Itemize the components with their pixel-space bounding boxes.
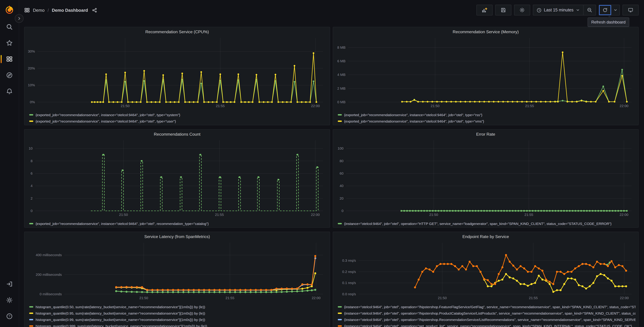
- sidebar-item-starred[interactable]: [0, 35, 19, 51]
- legend-series-swatch: [29, 114, 33, 115]
- chart-endpoint-rate[interactable]: 0.0 req/s0.1 req/s0.2 req/s0.3 req/s21:5…: [333, 240, 638, 303]
- legend-series-label: {instance="otelcol:9464", job="otel", op…: [344, 324, 632, 327]
- legend-item[interactable]: {exported_job="recommendationservice", i…: [29, 112, 327, 118]
- legend-item[interactable]: {exported_job="recommendationservice", i…: [29, 118, 327, 124]
- legend: histogram_quantile(0.50, sum(rate(latenc…: [24, 304, 330, 327]
- legend-series-label: {exported_job="recommendationservice", i…: [36, 113, 180, 117]
- chart-svg[interactable]: 02040608010021:5021:5522:00: [336, 138, 636, 218]
- chart-svg[interactable]: 0%10%20%30%21:5021:5522:00: [27, 35, 328, 110]
- sidebar-item-sign-in[interactable]: [0, 276, 19, 292]
- panel-title[interactable]: Recommendations Count: [24, 130, 330, 138]
- legend-series-swatch: [338, 120, 342, 122]
- svg-text:8: 8: [30, 159, 32, 163]
- panel-title[interactable]: Endpoint Rate by Service: [333, 232, 638, 240]
- bell-icon: [6, 88, 13, 95]
- chevron-down-icon: [614, 8, 618, 12]
- chart-svg[interactable]: 0 milliseconds200 milliseconds400 millis…: [27, 240, 328, 302]
- legend-series-label: {exported_job="recommendationservice", i…: [344, 113, 482, 117]
- svg-text:80: 80: [340, 159, 344, 163]
- svg-text:21:50: 21:50: [119, 213, 128, 216]
- refresh-interval-button[interactable]: [612, 5, 620, 15]
- chart-svg[interactable]: 0.0 req/s0.1 req/s0.2 req/s0.3 req/s21:5…: [336, 240, 636, 302]
- zoom-out-button[interactable]: [584, 5, 596, 15]
- svg-text:0 milliseconds: 0 milliseconds: [40, 292, 62, 296]
- legend-item[interactable]: histogram_quantile(0.50, sum(rate(latenc…: [29, 304, 327, 310]
- legend-series-swatch: [29, 306, 33, 307]
- legend-series-label: {instance="otelcol:9464", job="otel", op…: [344, 318, 636, 322]
- chart-svg[interactable]: 0 MB2 MB4 MB6 MB8 MB21:5021:5522:00: [336, 35, 636, 110]
- panel-title[interactable]: Recommendation Service (Memory): [333, 27, 638, 35]
- kiosk-mode-button[interactable]: [622, 5, 639, 16]
- legend-item[interactable]: histogram_quantile(0.99, sum(rate(latenc…: [29, 316, 327, 323]
- header-bar: Demo / Demo Dashboard: [19, 0, 644, 20]
- time-range-label: Last 15 minutes: [544, 8, 574, 12]
- monitor-icon: [628, 8, 633, 13]
- panel-title[interactable]: Service Latency (from SpanMetrics): [24, 232, 330, 240]
- legend-item[interactable]: histogram_quantile(0.999, sum(rate(laten…: [29, 323, 327, 327]
- panel-title[interactable]: Error Rate: [333, 130, 638, 138]
- sidebar-item-alerting[interactable]: [0, 83, 19, 100]
- svg-text:22:00: 22:00: [311, 213, 320, 216]
- legend-item[interactable]: {exported_job="recommendationservice", i…: [338, 112, 636, 118]
- legend-item[interactable]: {instance="otelcol:9464", job="otel", op…: [338, 316, 636, 323]
- sidebar-item-help[interactable]: ?: [0, 308, 19, 324]
- save-icon: [501, 8, 506, 13]
- legend: {exported_job="recommendationservice", i…: [24, 112, 330, 124]
- legend-series-label: {exported_job="recommendationservice", i…: [36, 222, 209, 226]
- legend-item[interactable]: {instance="otelcol:9464", job="otel", op…: [338, 304, 636, 310]
- time-range-picker[interactable]: Last 15 minutes: [533, 5, 584, 15]
- search-icon: [6, 24, 13, 30]
- star-icon: [6, 40, 13, 46]
- save-dashboard-button[interactable]: [495, 5, 511, 16]
- sidebar-expand-button[interactable]: [15, 14, 24, 23]
- svg-text:6 MB: 6 MB: [337, 59, 346, 63]
- grafana-logo-icon[interactable]: [4, 5, 14, 15]
- breadcrumb-current: Demo Dashboard: [52, 8, 88, 12]
- sidebar-item-dashboards[interactable]: [0, 51, 19, 67]
- chart-recommendations-count[interactable]: 024681021:5021:5522:00: [24, 138, 330, 220]
- svg-text:20%: 20%: [28, 66, 35, 70]
- chart-error-rate[interactable]: 02040608010021:5021:5522:00: [333, 138, 638, 220]
- chart-service-latency[interactable]: 0 milliseconds200 milliseconds400 millis…: [24, 240, 330, 303]
- chart-svg[interactable]: 024681021:5021:5522:00: [27, 138, 328, 218]
- legend: {exported_job="recommendationservice", i…: [333, 112, 638, 124]
- legend-item[interactable]: {instance="otelcol:9464", job="otel", op…: [338, 323, 636, 327]
- svg-text:40: 40: [340, 184, 344, 188]
- legend-item[interactable]: {instance="otelcol:9464", job="otel", op…: [338, 220, 636, 226]
- legend-item[interactable]: {exported_job="recommendationservice", i…: [338, 118, 636, 124]
- chart-cpu[interactable]: 0%10%20%30%21:5021:5522:00: [24, 35, 330, 111]
- svg-text:0.3 req/s: 0.3 req/s: [342, 258, 356, 262]
- add-panel-button[interactable]: [476, 5, 492, 16]
- refresh-button[interactable]: [599, 5, 611, 15]
- panel-title[interactable]: Recommendation Service (CPU%): [24, 27, 330, 35]
- compass-icon: [6, 72, 13, 78]
- svg-text:0: 0: [342, 209, 344, 213]
- legend-series-label: histogram_quantile(0.99, sum(rate(latenc…: [36, 318, 205, 322]
- dashboard-toolbar: Last 15 minutes: [476, 5, 639, 16]
- svg-text:21:55: 21:55: [525, 104, 534, 108]
- legend-item[interactable]: {instance="otelcol:9464", job="otel", op…: [338, 310, 636, 316]
- legend-series-label: {instance="otelcol:9464", job="otel", op…: [344, 311, 636, 315]
- sidebar-item-settings[interactable]: [0, 292, 19, 308]
- svg-text:30%: 30%: [28, 49, 35, 53]
- svg-text:21:55: 21:55: [215, 213, 224, 216]
- legend-item[interactable]: {exported_job="recommendationservice", i…: [29, 220, 327, 226]
- svg-text:0: 0: [30, 209, 32, 213]
- svg-text:22:00: 22:00: [620, 104, 628, 108]
- legend-series-label: histogram_quantile(0.95, sum(rate(latenc…: [36, 311, 205, 315]
- zoom-out-icon: [587, 8, 592, 13]
- sidebar-item-explore[interactable]: [0, 67, 19, 83]
- svg-text:21:55: 21:55: [524, 213, 533, 216]
- add-panel-icon: [482, 7, 487, 13]
- legend-series-swatch: [338, 114, 342, 115]
- panel-grid: Recommendation Service (CPU%) 0%10%20%30…: [24, 27, 639, 327]
- svg-text:20: 20: [340, 196, 344, 200]
- breadcrumb-section[interactable]: Demo: [33, 8, 44, 12]
- refresh-icon: [602, 8, 608, 13]
- legend-item[interactable]: histogram_quantile(0.95, sum(rate(latenc…: [29, 310, 327, 316]
- legend-series-swatch: [29, 120, 33, 122]
- share-icon[interactable]: [92, 8, 97, 12]
- dashboard-settings-button[interactable]: [514, 5, 530, 16]
- sidebar: ?: [0, 0, 19, 327]
- chart-memory[interactable]: 0 MB2 MB4 MB6 MB8 MB21:5021:5522:00: [333, 35, 638, 111]
